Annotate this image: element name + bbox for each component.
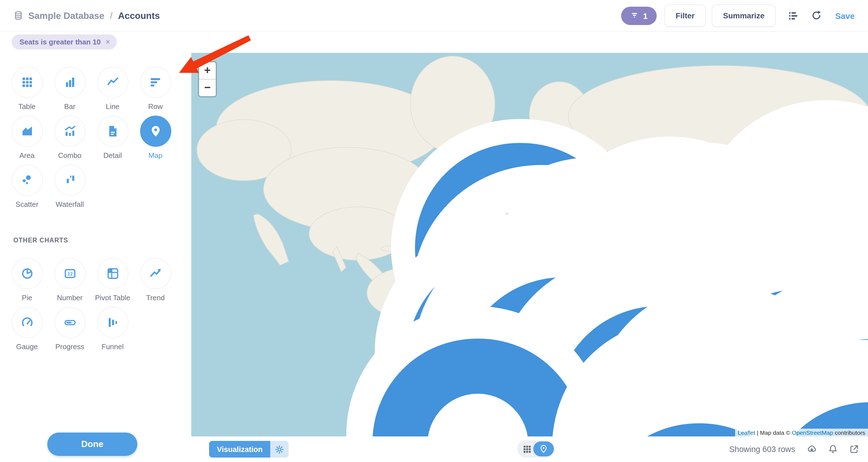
viz-type-label: Row bbox=[148, 102, 163, 111]
database-icon bbox=[13, 10, 23, 21]
breadcrumb: Sample Database / Accounts bbox=[13, 10, 160, 21]
map-pins-layer bbox=[191, 53, 868, 436]
filter-funnel-icon bbox=[630, 11, 639, 20]
detail-chart-icon bbox=[97, 116, 128, 147]
funnel-chart-icon bbox=[97, 307, 128, 338]
viz-type-gauge[interactable]: Gauge bbox=[6, 307, 49, 351]
viz-type-label: Table bbox=[18, 102, 36, 111]
viz-type-number[interactable]: Number bbox=[49, 258, 91, 302]
done-button[interactable]: Done bbox=[47, 433, 137, 456]
viz-type-label: Pivot Table bbox=[95, 294, 130, 302]
viz-type-area[interactable]: Area bbox=[6, 116, 49, 159]
progress-chart-icon bbox=[54, 307, 85, 338]
pie-chart-icon bbox=[11, 258, 42, 289]
chart-type-grid: TableBarLineRowAreaComboDetailMapScatter… bbox=[0, 67, 182, 214]
alerts-bell-icon[interactable] bbox=[828, 444, 839, 455]
viz-type-label: Bar bbox=[64, 102, 75, 111]
filter-count: 1 bbox=[643, 11, 648, 20]
map-pin-icon bbox=[539, 444, 548, 454]
line-chart-icon bbox=[97, 67, 128, 98]
viz-type-label: Gauge bbox=[16, 342, 38, 351]
map-chart-icon bbox=[140, 116, 171, 147]
map-zoom-out-button[interactable]: − bbox=[199, 79, 216, 96]
attribution-text: | Map data © bbox=[755, 429, 792, 436]
pivot-chart-icon bbox=[97, 258, 128, 289]
area-chart-icon bbox=[11, 116, 42, 147]
viz-type-scatter[interactable]: Scatter bbox=[6, 164, 49, 209]
other-chart-type-grid: PieNumberPivot TableTrendGaugeProgressFu… bbox=[0, 258, 182, 356]
bar-chart-icon bbox=[54, 67, 85, 98]
viz-type-label: Map bbox=[149, 151, 163, 159]
attribution-suffix: contributors bbox=[833, 429, 865, 436]
viz-type-detail[interactable]: Detail bbox=[91, 116, 134, 159]
table-view-icon[interactable] bbox=[522, 444, 532, 454]
notebook-icon[interactable] bbox=[787, 10, 799, 22]
viz-type-line[interactable]: Line bbox=[91, 67, 134, 111]
summarize-button[interactable]: Summarize bbox=[712, 4, 776, 27]
viz-type-label: Number bbox=[57, 294, 83, 302]
breadcrumb-separator: / bbox=[109, 10, 113, 21]
leaflet-link[interactable]: Leaflet bbox=[738, 429, 755, 436]
metabase-query-builder: Sample Database / Accounts 1 Filter Summ… bbox=[0, 0, 868, 462]
row-chart-icon bbox=[140, 67, 171, 98]
filter-button[interactable]: Filter bbox=[664, 4, 706, 27]
table-map-toggle bbox=[517, 440, 555, 458]
viz-type-row[interactable]: Row bbox=[134, 67, 177, 111]
viz-type-label: Pie bbox=[22, 294, 32, 302]
viz-type-waterfall[interactable]: Waterfall bbox=[49, 164, 91, 209]
map-zoom-control: + − bbox=[198, 61, 217, 97]
viz-type-funnel[interactable]: Funnel bbox=[91, 307, 134, 351]
visualization-sidebar: TableBarLineRowAreaComboDetailMapScatter… bbox=[0, 53, 191, 462]
viz-type-label: Funnel bbox=[101, 342, 124, 351]
row-count-status: Showing 603 rows bbox=[729, 445, 795, 454]
filter-count-badge[interactable]: 1 bbox=[621, 6, 657, 25]
viz-type-label: Scatter bbox=[16, 200, 38, 209]
header-actions: 1 Filter Summarize Save bbox=[621, 4, 855, 27]
viz-type-pie[interactable]: Pie bbox=[6, 258, 49, 302]
scatter-chart-icon bbox=[11, 164, 42, 196]
viz-type-map[interactable]: Map bbox=[134, 116, 177, 159]
map-canvas[interactable]: + − Leaflet | Map data © OpenStreetMap c… bbox=[191, 53, 868, 436]
filter-chip[interactable]: Seats is greater than 10 × bbox=[12, 34, 117, 50]
viz-type-bar[interactable]: Bar bbox=[49, 67, 91, 111]
gear-icon bbox=[275, 444, 284, 454]
map-view-toggle-selected[interactable] bbox=[533, 441, 554, 457]
save-button[interactable]: Save bbox=[835, 11, 855, 20]
other-charts-heading: OTHER CHARTS bbox=[13, 237, 191, 244]
breadcrumb-table[interactable]: Accounts bbox=[118, 10, 160, 21]
openstreetmap-link[interactable]: OpenStreetMap bbox=[792, 429, 833, 436]
trend-chart-icon bbox=[140, 258, 171, 289]
refresh-icon[interactable] bbox=[811, 10, 823, 22]
viz-type-progress[interactable]: Progress bbox=[49, 307, 91, 351]
filter-chip-remove-icon[interactable]: × bbox=[106, 38, 110, 46]
filter-chip-row: Seats is greater than 10 × bbox=[0, 32, 868, 53]
combo-chart-icon bbox=[54, 116, 85, 147]
viz-type-label: Trend bbox=[146, 294, 165, 302]
viz-type-label: Progress bbox=[55, 342, 84, 351]
viz-type-trend[interactable]: Trend bbox=[134, 258, 177, 302]
expand-external-icon[interactable] bbox=[848, 444, 860, 455]
map-attribution: Leaflet | Map data © OpenStreetMap contr… bbox=[735, 429, 868, 436]
viz-type-table[interactable]: Table bbox=[6, 67, 49, 111]
app-header: Sample Database / Accounts 1 Filter Summ… bbox=[0, 0, 868, 32]
visualization-button-group: Visualization bbox=[209, 441, 289, 458]
visualization-button[interactable]: Visualization bbox=[209, 441, 271, 458]
map-zoom-in-button[interactable]: + bbox=[199, 62, 216, 79]
gauge-chart-icon bbox=[11, 307, 42, 338]
breadcrumb-database[interactable]: Sample Database bbox=[28, 10, 104, 21]
viz-type-label: Area bbox=[20, 151, 35, 159]
viz-type-label: Waterfall bbox=[56, 200, 84, 209]
viz-type-label: Combo bbox=[58, 151, 82, 159]
viz-type-combo[interactable]: Combo bbox=[49, 116, 91, 159]
filter-chip-label: Seats is greater than 10 bbox=[20, 38, 101, 46]
visualization-settings-button[interactable] bbox=[271, 441, 289, 458]
table-chart-icon bbox=[11, 67, 42, 98]
viz-type-pivot-table[interactable]: Pivot Table bbox=[91, 258, 134, 302]
footer-status: Showing 603 rows bbox=[729, 436, 860, 462]
viz-type-label: Detail bbox=[103, 151, 122, 159]
number-chart-icon bbox=[54, 258, 85, 289]
download-icon[interactable] bbox=[806, 444, 817, 455]
viz-type-label: Line bbox=[106, 102, 119, 111]
waterfall-chart-icon bbox=[54, 164, 85, 196]
